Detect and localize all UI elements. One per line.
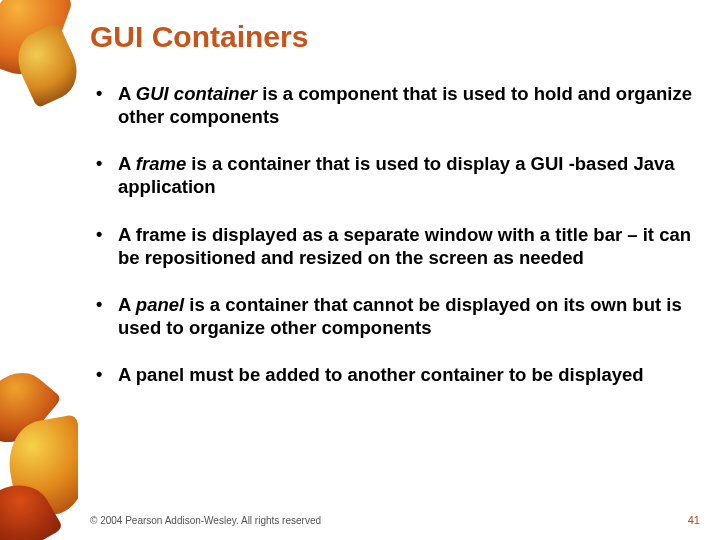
bullet-item: A frame is a container that is used to d… <box>90 152 700 198</box>
bullet-list: A GUI container is a component that is u… <box>90 82 700 386</box>
slide-footer: © 2004 Pearson Addison-Wesley. All right… <box>90 514 700 526</box>
slide-content: GUI Containers A GUI container is a comp… <box>90 20 700 410</box>
copyright-text: © 2004 Pearson Addison-Wesley. All right… <box>90 515 321 526</box>
page-number: 41 <box>688 514 700 526</box>
bullet-item: A GUI container is a component that is u… <box>90 82 700 128</box>
bullet-item: A panel is a container that cannot be di… <box>90 293 700 339</box>
term: panel <box>136 294 184 315</box>
bullet-item: A frame is displayed as a separate windo… <box>90 223 700 269</box>
bullet-item: A panel must be added to another contain… <box>90 363 700 386</box>
slide-title: GUI Containers <box>90 20 700 54</box>
term: GUI container <box>136 83 257 104</box>
sidebar-leaf-decoration <box>0 0 78 540</box>
term: frame <box>136 153 186 174</box>
